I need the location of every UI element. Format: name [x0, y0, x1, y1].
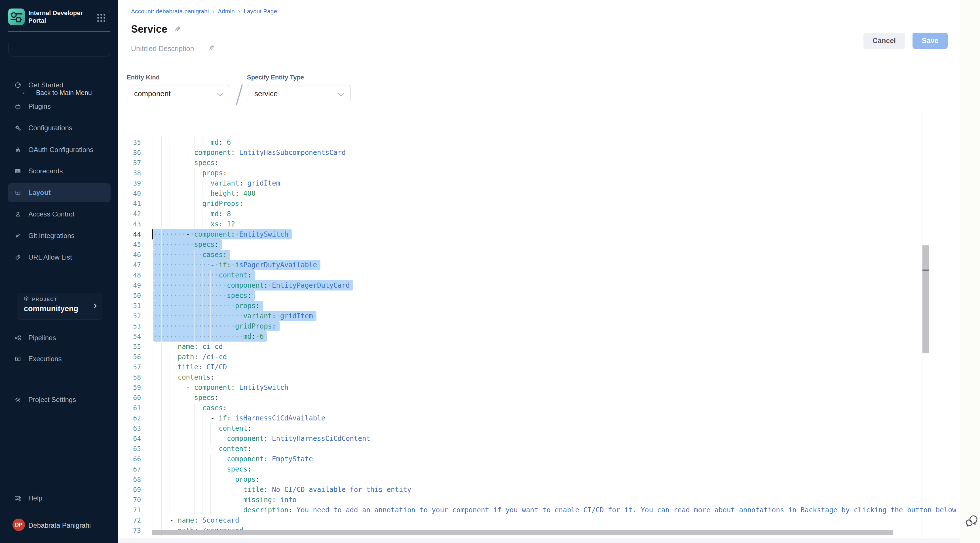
code-text: - content: [153, 444, 251, 454]
sidebar-item-help[interactable]: Help [8, 489, 111, 508]
code-line-38[interactable]: 38 props: [118, 168, 960, 178]
code-line-42[interactable]: 42 md: 8 [118, 209, 960, 219]
code-line-45[interactable]: 45··········specs: [118, 239, 960, 250]
user-menu[interactable]: DP Debabrata Panigrahi [0, 519, 118, 535]
harness-idp-logo-icon[interactable] [8, 8, 25, 25]
sidebar-item-plugins[interactable]: Plugins [8, 97, 111, 116]
code-line-52[interactable]: 52······················variant:·gridIte… [118, 311, 960, 321]
sidebar-item-label: Executions [29, 355, 62, 363]
code-line-49[interactable]: 49··················component:·EntityPag… [118, 280, 960, 290]
page-description: Unititled Description [131, 45, 194, 53]
code-line-35[interactable]: 35 md: 6 [118, 137, 960, 148]
sidebar-item-configurations[interactable]: Configurations [8, 119, 111, 137]
breadcrumb-item[interactable]: Admin [218, 8, 235, 14]
breadcrumb-item[interactable]: Layout Page [243, 8, 277, 14]
code-line-62[interactable]: 62 - if: isHarnessCiCdAvailable [118, 413, 960, 423]
code-text: ··········specs: [153, 239, 219, 250]
code-line-58[interactable]: 58 contents: [118, 372, 960, 382]
grid-dots-icon[interactable] [97, 14, 107, 24]
code-text: ······················variant:·gridItem [153, 311, 313, 321]
code-line-39[interactable]: 39 variant: gridItem [118, 178, 960, 188]
code-line-63[interactable]: 63 content: [118, 423, 960, 433]
line-number: 45 [118, 239, 141, 250]
sidebar-item-scorecards[interactable]: Scorecards [8, 162, 111, 180]
grid-dot [100, 14, 102, 16]
configurations-icon [14, 124, 22, 132]
logo-circle [11, 12, 17, 18]
breadcrumb-item[interactable]: Account: debabrata.panigrahi [131, 8, 209, 14]
code-text: ··················component:·EntityPager… [153, 280, 350, 290]
code-line-59[interactable]: 59 - component: EntitySwitch [118, 382, 960, 393]
code-text: ··················specs: [153, 290, 251, 301]
code-line-71[interactable]: 71 description: You need to add an annot… [118, 505, 960, 515]
code-line-65[interactable]: 65 - content: [118, 444, 960, 454]
sidebar-item-git-integrations[interactable]: Git Integrations [8, 226, 111, 245]
entity-type-select[interactable]: service [247, 85, 351, 102]
line-number: 47 [118, 260, 141, 270]
code-text: gridProps: [153, 199, 243, 209]
breadcrumb: Account: debabrata.panigrahi›Admin›Layou… [131, 7, 280, 15]
sidebar-item-pipelines[interactable]: Pipelines [8, 328, 111, 347]
code-text: - name: Scorecard [153, 515, 239, 525]
chat-bubbles-icon[interactable] [964, 513, 978, 528]
sidebar-item-url-allow-list[interactable]: URL Allow List [8, 248, 111, 267]
sidebar-item-label: Access Control [29, 210, 74, 218]
edit-title-pencil-icon[interactable]: ✎ [174, 25, 181, 34]
plugins-icon [14, 103, 22, 110]
code-line-47[interactable]: 47··············-·if:·isPagerDutyAvailab… [118, 260, 960, 270]
sidebar-item-access-control[interactable]: Access Control [8, 205, 111, 224]
code-text: md: 8 [153, 209, 231, 219]
code-line-50[interactable]: 50··················specs: [118, 290, 960, 301]
line-number: 69 [118, 484, 141, 495]
scorecards-icon [14, 167, 22, 175]
code-line-46[interactable]: 46············cases: [118, 250, 960, 260]
code-line-67[interactable]: 67 specs: [118, 464, 960, 475]
save-button[interactable]: Save [913, 33, 948, 49]
code-line-55[interactable]: 55 - name: ci-cd [118, 342, 960, 352]
code-line-40[interactable]: 40 height: 400 [118, 188, 960, 199]
sidebar-item-oauth-configurations[interactable]: OAuth Configurations [8, 140, 111, 159]
code-line-41[interactable]: 41 gridProps: [118, 199, 960, 209]
edit-description-pencil-icon[interactable]: ✎ [208, 44, 215, 53]
code-line-68[interactable]: 68 props: [118, 475, 960, 484]
vertical-scrollbar[interactable] [923, 245, 929, 353]
code-line-72[interactable]: 72 - name: Scorecard [118, 515, 960, 525]
code-line-61[interactable]: 61 cases: [118, 403, 960, 413]
code-line-37[interactable]: 37 specs: [118, 158, 960, 168]
code-line-60[interactable]: 60 specs: [118, 393, 960, 403]
code-line-56[interactable]: 56 path: /ci-cd [118, 352, 960, 362]
horizontal-scrollbar[interactable] [152, 530, 893, 535]
back-to-main-menu[interactable]: ← Back to Main Menu [8, 43, 110, 56]
line-number: 49 [118, 280, 141, 290]
code-line-48[interactable]: 48················content: [118, 270, 960, 280]
code-line-43[interactable]: 43 xs: 12 [118, 219, 960, 229]
line-number: 67 [118, 464, 141, 475]
sidebar-item-layout[interactable]: Layout [8, 183, 111, 202]
code-line-54[interactable]: 54······················md:·6 [118, 331, 960, 342]
sidebar-item-get-started[interactable]: Get Started [8, 76, 111, 94]
line-number: 46 [118, 250, 141, 260]
project-selector[interactable]: PROJECT communityeng › [17, 293, 102, 319]
code-line-66[interactable]: 66 component: EmptyState [118, 454, 960, 464]
chevron-right-icon: › [93, 300, 97, 311]
sidebar-item-label: Configurations [29, 124, 72, 132]
code-line-69[interactable]: 69 title: No CI/CD available for this en… [118, 484, 960, 495]
code-line-51[interactable]: 51····················props: [118, 301, 960, 311]
yaml-editor[interactable]: 35 md: 636 - component: EntityHasSubcomp… [118, 110, 960, 538]
sidebar-item-executions[interactable]: Executions [8, 350, 111, 368]
code-line-64[interactable]: 64 component: EntityHarnessCiCdContent [118, 433, 960, 444]
code-line-36[interactable]: 36 - component: EntityHasSubcomponentsCa… [118, 148, 960, 158]
line-number: 73 [118, 525, 141, 536]
code-line-44[interactable]: 44········-·component:·EntitySwitch [118, 229, 960, 239]
code-text: props: [153, 475, 260, 484]
entity-kind-select[interactable]: component [127, 85, 230, 102]
grid-dot [97, 20, 99, 22]
slash-separator [236, 84, 243, 105]
sidebar-item-label: OAuth Configurations [29, 146, 93, 154]
code-line-57[interactable]: 57 title: CI/CD [118, 362, 960, 372]
sidebar-item-project-settings[interactable]: Project Settings [8, 390, 111, 409]
code-line-53[interactable]: 53····················gridProps: [118, 321, 960, 331]
cancel-button[interactable]: Cancel [864, 33, 905, 49]
code-text: specs: [153, 158, 219, 168]
code-line-70[interactable]: 70 missing: info [118, 495, 960, 505]
